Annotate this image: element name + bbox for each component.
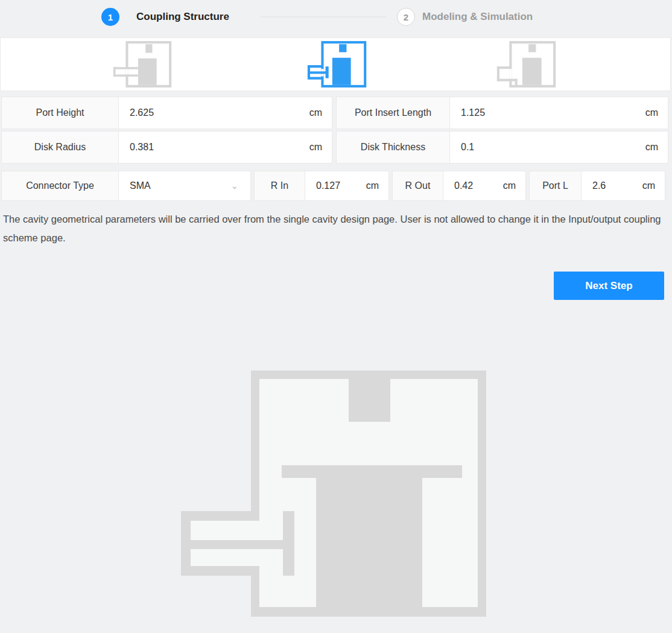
port-insert-length-label: Port Insert Length bbox=[336, 97, 449, 129]
cavity-left-wall-upper bbox=[251, 371, 259, 521]
r-out-label: R Out bbox=[392, 171, 443, 201]
probe-tip-plate bbox=[283, 511, 294, 576]
coupling-option-direct-feed-icon[interactable] bbox=[109, 39, 172, 89]
port-insert-length-field: 1.125 cm bbox=[449, 97, 668, 129]
disk-radius-value: 0.381 bbox=[119, 142, 154, 153]
disk-radius-label: Disk Radius bbox=[1, 131, 118, 164]
disk-thickness-unit: cm bbox=[645, 142, 668, 153]
port-l-field[interactable]: 2.6 cm bbox=[581, 171, 665, 201]
port-l-unit: cm bbox=[642, 180, 665, 191]
cavity-bottom-wall bbox=[251, 607, 486, 617]
coupling-option-elbow-feed-icon[interactable] bbox=[494, 39, 557, 89]
next-step-button[interactable]: Next Step bbox=[554, 272, 664, 300]
step-1-number: 1 bbox=[108, 12, 113, 22]
coupling-structure-diagram bbox=[181, 371, 486, 617]
elbow-feed-icon bbox=[494, 39, 557, 89]
connector-type-label: Connector Type bbox=[1, 171, 118, 201]
port-l-value: 2.6 bbox=[582, 180, 606, 191]
step-2-circle: 2 bbox=[397, 8, 415, 26]
port-insert-length-unit: cm bbox=[645, 107, 668, 118]
r-in-unit: cm bbox=[366, 180, 388, 191]
probe-disk-icon-selected bbox=[304, 39, 367, 89]
port-height-value: 2.625 bbox=[119, 107, 154, 118]
connector-type-selected-value: SMA bbox=[119, 180, 151, 191]
param-row-1: Port Height 2.625 cm Port Insert Length … bbox=[1, 97, 671, 129]
tuning-notch bbox=[349, 379, 390, 422]
step-1-label: Coupling Structure bbox=[136, 11, 229, 23]
port-outer-bottom bbox=[181, 566, 259, 576]
r-out-field[interactable]: 0.42 cm bbox=[443, 171, 526, 201]
port-height-unit: cm bbox=[309, 107, 332, 118]
connector-row: Connector Type SMA ⌄ R In 0.127 cm R Out… bbox=[1, 171, 671, 201]
port-height-label: Port Height bbox=[1, 97, 118, 129]
disk-thickness-value: 0.1 bbox=[450, 142, 474, 153]
coupling-option-probe-disk-icon[interactable] bbox=[304, 39, 367, 89]
cavity-top-wall bbox=[251, 371, 486, 379]
step-divider bbox=[261, 16, 386, 17]
disk-flange bbox=[282, 465, 462, 478]
step-2-label: Modeling & Simulation bbox=[422, 11, 533, 23]
coupling-option-row bbox=[0, 37, 671, 91]
port-outer-top bbox=[181, 511, 259, 521]
probe-disk-diagram bbox=[181, 371, 486, 617]
port-center-pin bbox=[189, 540, 283, 549]
step-2-number: 2 bbox=[404, 12, 408, 22]
chevron-down-icon: ⌄ bbox=[230, 180, 250, 191]
port-insert-length-value: 1.125 bbox=[450, 107, 485, 118]
disk-thickness-label: Disk Thickness bbox=[336, 131, 449, 164]
r-in-field[interactable]: 0.127 cm bbox=[305, 171, 389, 201]
r-in-label: R In bbox=[254, 171, 305, 201]
port-height-field: 2.625 cm bbox=[118, 97, 332, 129]
cavity-right-wall bbox=[478, 371, 486, 617]
disk-column bbox=[316, 478, 422, 608]
step-1-circle: 1 bbox=[101, 8, 119, 26]
connector-type-select[interactable]: SMA ⌄ bbox=[118, 171, 251, 201]
disk-radius-field: 0.381 cm bbox=[118, 131, 332, 164]
r-in-value: 0.127 bbox=[305, 180, 340, 191]
cavity-parameters-note: The cavity geometrical parameters will b… bbox=[3, 210, 669, 247]
r-out-unit: cm bbox=[503, 180, 525, 191]
r-out-value: 0.42 bbox=[443, 180, 473, 191]
disk-radius-unit: cm bbox=[309, 142, 332, 153]
direct-feed-icon bbox=[109, 39, 172, 89]
port-outer-left bbox=[181, 511, 191, 576]
stepper: 1 Coupling Structure 2 Modeling & Simula… bbox=[0, 0, 672, 35]
port-l-label: Port L bbox=[529, 171, 581, 201]
disk-thickness-field: 0.1 cm bbox=[449, 131, 668, 164]
param-row-2: Disk Radius 0.381 cm Disk Thickness 0.1 … bbox=[1, 131, 671, 164]
